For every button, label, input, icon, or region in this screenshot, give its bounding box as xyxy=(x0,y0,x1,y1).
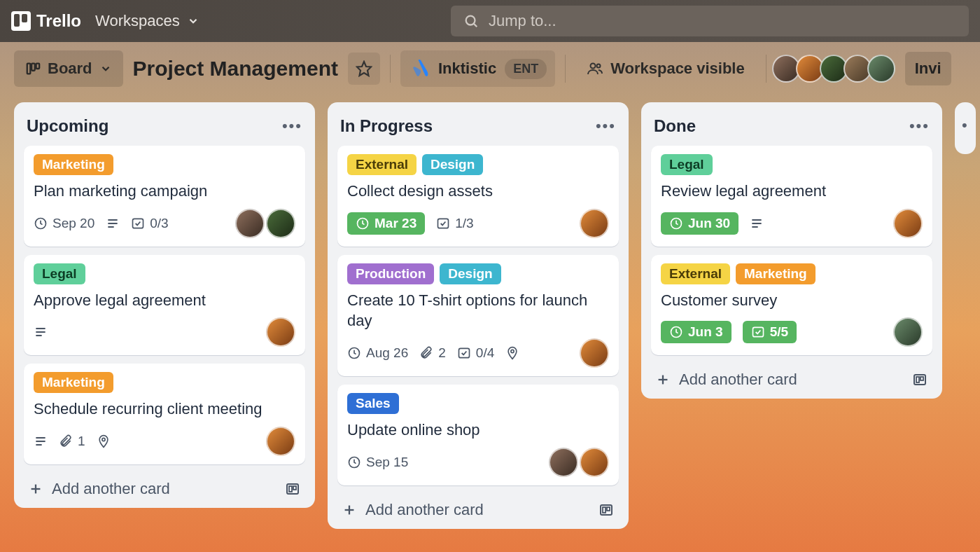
card-label[interactable]: Sales xyxy=(347,393,399,414)
card-label[interactable]: Legal xyxy=(34,263,85,284)
card-members[interactable] xyxy=(581,209,609,238)
avatar[interactable] xyxy=(580,338,609,368)
list: Upcoming ••• MarketingPlan marketing cam… xyxy=(14,102,315,508)
card-members[interactable] xyxy=(267,427,295,456)
card-members[interactable] xyxy=(895,317,923,347)
card-title: Schedule recurring client meeting xyxy=(34,399,295,420)
list-menu-button[interactable]: ••• xyxy=(909,117,930,135)
card-badge-checklist: 1/3 xyxy=(436,216,473,231)
card-badge-description xyxy=(34,325,48,339)
card-members[interactable] xyxy=(895,209,923,238)
avatar[interactable] xyxy=(266,427,295,456)
card-label[interactable]: Marketing xyxy=(34,372,113,393)
star-icon xyxy=(356,60,372,77)
list-title[interactable]: In Progress xyxy=(340,116,433,136)
view-switcher[interactable]: Board xyxy=(14,50,123,87)
avatar[interactable] xyxy=(235,209,265,238)
card-badge-checklist: 0/4 xyxy=(457,345,494,361)
card-template-button[interactable] xyxy=(284,481,301,497)
workspace-name: Inktistic xyxy=(438,60,496,78)
avatar[interactable] xyxy=(867,55,895,83)
card-badge-clock: Aug 26 xyxy=(347,345,408,361)
card[interactable]: ExternalDesignCollect design assetsMar 2… xyxy=(337,146,619,247)
atlassian-icon xyxy=(409,58,430,79)
card[interactable]: ProductionDesignCreate 10 T-shirt option… xyxy=(337,255,619,376)
list: • xyxy=(955,102,976,154)
card-badge-clock: Jun 30 xyxy=(661,212,738,235)
avatar[interactable] xyxy=(266,317,295,347)
svg-rect-4 xyxy=(36,64,40,69)
card-label[interactable]: Marketing xyxy=(736,263,816,284)
board-canvas: Upcoming ••• MarketingPlan marketing cam… xyxy=(0,95,980,536)
svg-point-7 xyxy=(597,64,601,68)
list-menu-button[interactable]: • xyxy=(962,116,969,134)
card[interactable]: SalesUpdate online shopSep 15 xyxy=(337,385,619,485)
card[interactable]: MarketingPlan marketing campaignSep 200/… xyxy=(24,146,305,247)
board-view-icon xyxy=(25,61,41,76)
workspaces-dropdown[interactable]: Workspaces xyxy=(95,12,200,30)
logo[interactable]: Trello xyxy=(11,11,81,31)
workspace-badge[interactable]: Inktistic ENT xyxy=(400,50,555,87)
svg-point-6 xyxy=(591,64,596,69)
svg-line-1 xyxy=(474,24,477,27)
card-label[interactable]: Design xyxy=(422,154,483,175)
tier-chip: ENT xyxy=(505,59,547,79)
card[interactable]: MarketingSchedule recurring client meeti… xyxy=(24,364,305,464)
add-card-button[interactable]: Add another card xyxy=(28,480,170,498)
card-title: Update online shop xyxy=(347,420,609,441)
card-members[interactable] xyxy=(267,317,295,347)
avatar[interactable] xyxy=(893,317,923,347)
card-label[interactable]: Marketing xyxy=(34,154,113,175)
card[interactable]: LegalApprove legal agreement xyxy=(24,255,305,356)
card-badge-attachment: 1 xyxy=(59,434,85,449)
card-label[interactable]: Legal xyxy=(661,154,713,175)
card-template-button[interactable] xyxy=(911,371,928,388)
list-menu-button[interactable]: ••• xyxy=(596,117,616,135)
board-title[interactable]: Project Management xyxy=(133,57,338,81)
card-label[interactable]: External xyxy=(347,154,416,175)
chevron-down-icon xyxy=(187,15,200,27)
card-members[interactable] xyxy=(550,448,609,477)
search-icon xyxy=(463,13,479,29)
search-placeholder: Jump to... xyxy=(489,12,556,30)
card-title: Review legal agreement xyxy=(661,181,923,202)
separator xyxy=(766,55,766,83)
separator xyxy=(565,55,566,83)
card-template-button[interactable] xyxy=(598,502,615,518)
card-badge-location xyxy=(97,434,111,448)
avatar[interactable] xyxy=(266,209,295,238)
card-badge-clock: Sep 15 xyxy=(347,455,408,470)
visibility-button[interactable]: Workspace visible xyxy=(575,50,756,87)
card-members[interactable] xyxy=(581,338,609,368)
board-header: Board Project Management Inktistic ENT W… xyxy=(0,42,980,95)
card-badge-location xyxy=(505,346,519,360)
star-button[interactable] xyxy=(348,53,380,85)
search-input[interactable]: Jump to... xyxy=(451,6,969,36)
avatar[interactable] xyxy=(580,209,609,238)
avatar[interactable] xyxy=(580,448,609,477)
invite-button[interactable]: Invi xyxy=(905,52,951,85)
separator xyxy=(390,55,391,83)
avatar[interactable] xyxy=(549,448,578,477)
card-badge-clock: Mar 23 xyxy=(347,212,425,235)
card-label[interactable]: External xyxy=(661,263,730,284)
list-title[interactable]: Done xyxy=(654,116,696,136)
card-badge-clock: Sep 20 xyxy=(34,216,94,231)
card-title: Approve legal agreement xyxy=(34,290,295,311)
add-card-button[interactable]: Add another card xyxy=(342,501,484,519)
list-menu-button[interactable]: ••• xyxy=(282,117,302,135)
card-label[interactable]: Design xyxy=(440,263,500,284)
member-avatars[interactable] xyxy=(776,55,895,83)
card-badge-attachment: 2 xyxy=(419,345,446,361)
card-members[interactable] xyxy=(237,209,295,238)
list: In Progress ••• ExternalDesignCollect de… xyxy=(328,102,629,529)
card[interactable]: LegalReview legal agreementJun 30 xyxy=(651,146,932,247)
svg-point-0 xyxy=(466,16,475,25)
list-title[interactable]: Upcoming xyxy=(27,116,108,136)
card-label[interactable]: Production xyxy=(347,263,434,284)
card[interactable]: ExternalMarketingCustomer surveyJun 35/5 xyxy=(651,255,932,356)
card-title: Customer survey xyxy=(661,290,923,311)
card-badge-clock: Jun 3 xyxy=(661,321,732,343)
avatar[interactable] xyxy=(893,209,923,238)
add-card-button[interactable]: Add another card xyxy=(655,371,797,389)
